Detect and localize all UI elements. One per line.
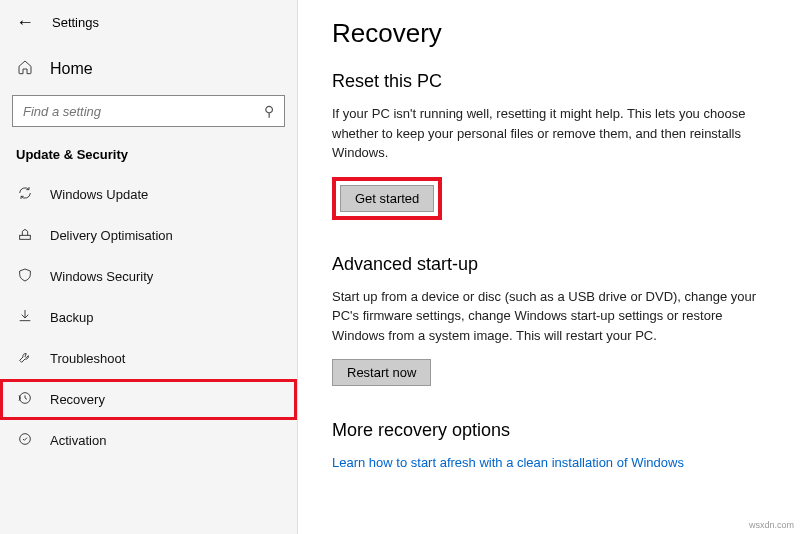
sidebar-item-windows-update[interactable]: Windows Update	[0, 174, 297, 215]
get-started-button[interactable]: Get started	[340, 185, 434, 212]
sync-icon	[16, 185, 34, 204]
nav-label: Windows Security	[50, 269, 153, 284]
reset-pc-section: Reset this PC If your PC isn't running w…	[332, 71, 770, 220]
back-icon[interactable]: ←	[16, 12, 34, 33]
sidebar-item-troubleshoot[interactable]: Troubleshoot	[0, 338, 297, 379]
search-input[interactable]	[23, 104, 264, 119]
backup-icon	[16, 308, 34, 327]
get-started-highlight: Get started	[332, 177, 442, 220]
sidebar-item-home[interactable]: Home	[0, 49, 297, 89]
more-heading: More recovery options	[332, 420, 770, 441]
nav-label: Troubleshoot	[50, 351, 125, 366]
restart-now-button[interactable]: Restart now	[332, 359, 431, 386]
nav-label: Windows Update	[50, 187, 148, 202]
search-wrap: ⚲	[0, 89, 297, 141]
shield-icon	[16, 267, 34, 286]
delivery-icon	[16, 226, 34, 245]
more-recovery-section: More recovery options Learn how to start…	[332, 420, 770, 471]
svg-point-2	[20, 434, 31, 445]
category-title: Update & Security	[0, 141, 297, 174]
page-title: Recovery	[332, 18, 770, 49]
advanced-heading: Advanced start-up	[332, 254, 770, 275]
header-row: ← Settings	[0, 12, 297, 49]
sidebar: ← Settings Home ⚲ Update & Security Wind…	[0, 0, 298, 534]
advanced-startup-section: Advanced start-up Start up from a device…	[332, 254, 770, 387]
nav-label: Delivery Optimisation	[50, 228, 173, 243]
home-label: Home	[50, 60, 93, 78]
nav-label: Backup	[50, 310, 93, 325]
wrench-icon	[16, 349, 34, 368]
search-box[interactable]: ⚲	[12, 95, 285, 127]
reset-heading: Reset this PC	[332, 71, 770, 92]
activation-icon	[16, 431, 34, 450]
sidebar-item-activation[interactable]: Activation	[0, 420, 297, 461]
advanced-body: Start up from a device or disc (such as …	[332, 287, 770, 346]
nav-label: Activation	[50, 433, 106, 448]
watermark: wsxdn.com	[749, 520, 794, 530]
sidebar-item-backup[interactable]: Backup	[0, 297, 297, 338]
search-icon: ⚲	[264, 103, 274, 119]
reset-body: If your PC isn't running well, resetting…	[332, 104, 770, 163]
sidebar-item-windows-security[interactable]: Windows Security	[0, 256, 297, 297]
svg-rect-0	[20, 235, 31, 239]
nav-label: Recovery	[50, 392, 105, 407]
clean-install-link[interactable]: Learn how to start afresh with a clean i…	[332, 455, 684, 470]
home-icon	[16, 59, 34, 79]
sidebar-item-recovery[interactable]: Recovery	[0, 379, 297, 420]
sidebar-item-delivery-optimisation[interactable]: Delivery Optimisation	[0, 215, 297, 256]
recovery-icon	[16, 390, 34, 409]
main-content: Recovery Reset this PC If your PC isn't …	[298, 0, 800, 534]
settings-title: Settings	[52, 15, 99, 30]
